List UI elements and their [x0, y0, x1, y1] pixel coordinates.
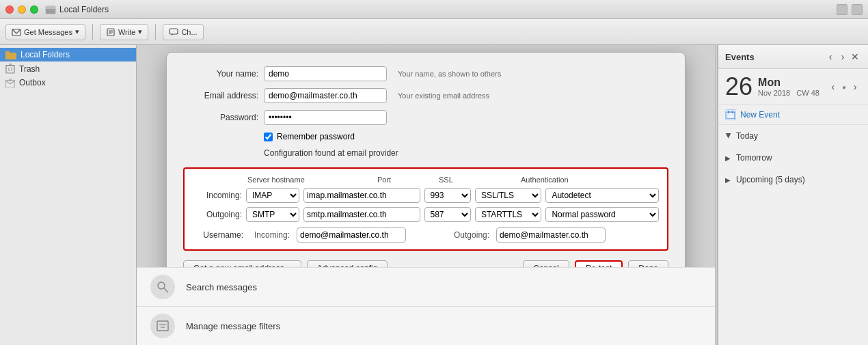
tomorrow-arrow-icon: ▶	[725, 154, 732, 162]
search-icon	[150, 275, 175, 299]
name-hint: Your name, as shown to others	[398, 70, 501, 78]
name-label: Your name:	[183, 69, 258, 79]
manage-filters-item[interactable]: Manage message filters	[137, 306, 715, 345]
outgoing-label: Outgoing:	[193, 210, 242, 219]
username-incoming-input[interactable]	[297, 227, 406, 243]
remember-checkbox[interactable]	[264, 133, 273, 141]
upcoming-label: Upcoming (5 days)	[736, 175, 805, 184]
filter-icon	[150, 314, 175, 338]
calendar-header: 26 Mon Nov 2018 CW 48 ‹ ● ›	[718, 69, 868, 105]
calendar-dot: ●	[842, 83, 846, 91]
username-incoming-label: Incoming:	[254, 230, 290, 240]
traffic-lights	[5, 5, 38, 14]
calendar-day-name: Mon	[758, 77, 819, 89]
outbox-label: Outbox	[19, 78, 46, 87]
sidebar-item-trash[interactable]: Trash	[0, 61, 136, 76]
server-config-box: Server hostname Port SSL Authentication …	[183, 167, 668, 251]
calendar-next-button[interactable]: ›	[849, 81, 861, 93]
username-outgoing-input[interactable]	[496, 227, 606, 243]
today-label: Today	[736, 131, 758, 141]
toolbar-sep-1	[92, 24, 93, 40]
toolbar: Get Messages ▾ Write ▾ Ch...	[0, 19, 868, 45]
calendar-day-number: 26	[725, 74, 752, 99]
name-input[interactable]	[264, 66, 387, 81]
username-outgoing-label: Outgoing:	[454, 230, 489, 240]
tomorrow-section: ▶ Tomorrow	[718, 147, 868, 169]
events-next-button[interactable]: ›	[837, 51, 849, 63]
events-header: Events ‹ › ✕	[718, 45, 868, 69]
chat-label: Ch...	[181, 28, 197, 36]
search-messages-item[interactable]: Search messages	[137, 267, 715, 306]
sidebar-item-label: Local Folders	[21, 50, 70, 59]
calendar-month-year: Nov 2018 CW 48	[758, 89, 819, 97]
svg-rect-1	[46, 6, 55, 9]
search-messages-label: Search messages	[186, 282, 257, 292]
maximize-button[interactable]	[30, 5, 38, 14]
account-dialog: Your name: Your name, as shown to others…	[166, 52, 686, 291]
events-close-button[interactable]: ✕	[849, 51, 861, 63]
outgoing-row: Outgoing: SMTP 587 STARTTLS Normal passw	[193, 207, 659, 222]
today-section-header[interactable]: ▶ Today	[718, 128, 868, 144]
incoming-hostname-input[interactable]	[303, 188, 420, 203]
header-auth: Authentication	[521, 176, 644, 184]
write-label: Write	[118, 28, 135, 36]
events-prev-button[interactable]: ‹	[824, 51, 837, 63]
chat-icon	[169, 27, 178, 37]
write-arrow[interactable]: ▾	[138, 27, 142, 36]
events-panel: Events ‹ › ✕ 26 Mon Nov 2018 CW 48 ‹ ● ›	[718, 45, 868, 345]
close-button[interactable]	[5, 5, 14, 14]
sidebar-item-outbox[interactable]: Outbox	[0, 76, 136, 89]
svg-rect-7	[169, 29, 178, 34]
svg-rect-16	[157, 321, 168, 331]
svg-rect-19	[727, 112, 735, 119]
today-section: ▶ Today	[718, 125, 868, 147]
calendar-nav: ‹ ● ›	[827, 81, 861, 93]
sidebar-item-local-folders[interactable]: Local Folders	[0, 48, 136, 61]
upcoming-arrow-icon: ▶	[725, 176, 732, 184]
username-label: Username:	[193, 230, 243, 240]
email-input[interactable]	[264, 88, 387, 103]
trash-label: Trash	[19, 64, 40, 74]
password-input[interactable]	[264, 110, 387, 125]
get-messages-button[interactable]: Get Messages ▾	[5, 24, 85, 40]
titlebar-controls	[837, 4, 863, 15]
new-event-button[interactable]: New Event	[718, 105, 868, 125]
name-row: Your name: Your name, as shown to others	[183, 66, 668, 81]
titlebar: Local Folders	[0, 0, 868, 19]
outgoing-protocol-select[interactable]: SMTP	[246, 207, 299, 222]
svg-line-15	[164, 288, 168, 292]
header-ssl: SSL	[439, 176, 521, 184]
upcoming-section-header[interactable]: ▶ Upcoming (5 days)	[718, 171, 868, 188]
get-messages-arrow[interactable]: ▾	[75, 27, 79, 36]
local-folders-icon	[5, 51, 16, 59]
outgoing-hostname-input[interactable]	[303, 207, 420, 222]
incoming-port-select[interactable]: 993	[424, 188, 471, 203]
incoming-protocol-select[interactable]: IMAP	[246, 188, 299, 203]
chat-button[interactable]: Ch...	[163, 24, 203, 40]
incoming-ssl-select[interactable]: SSL/TLS	[475, 188, 542, 203]
incoming-auth-select[interactable]: Autodetect	[545, 188, 659, 203]
outgoing-ssl-select[interactable]: STARTTLS	[475, 207, 542, 222]
window-title: Local Folders	[45, 4, 109, 15]
tomorrow-section-header[interactable]: ▶ Tomorrow	[718, 150, 868, 166]
tomorrow-label: Tomorrow	[736, 153, 772, 163]
password-row: Password:	[183, 110, 668, 125]
minimize-button[interactable]	[18, 5, 26, 14]
password-label: Password:	[183, 113, 258, 122]
calendar-add-icon	[727, 111, 735, 119]
list-icon[interactable]	[852, 4, 863, 15]
header-port: Port	[377, 176, 439, 184]
window-icon	[45, 4, 56, 15]
write-button[interactable]: Write ▾	[100, 24, 148, 40]
grid-icon[interactable]	[837, 4, 847, 15]
calendar-prev-button[interactable]: ‹	[827, 81, 839, 93]
server-config-header: Server hostname Port SSL Authentication	[193, 176, 659, 184]
config-found-text: Configuration found at email provider	[264, 148, 668, 158]
email-label: Email address:	[183, 91, 258, 100]
outgoing-auth-select[interactable]: Normal password	[545, 207, 659, 222]
svg-rect-8	[6, 66, 14, 73]
email-hint: Your existing email address	[398, 92, 489, 100]
get-messages-icon	[12, 27, 21, 37]
outgoing-port-select[interactable]: 587	[424, 207, 471, 222]
trash-icon	[5, 64, 15, 74]
